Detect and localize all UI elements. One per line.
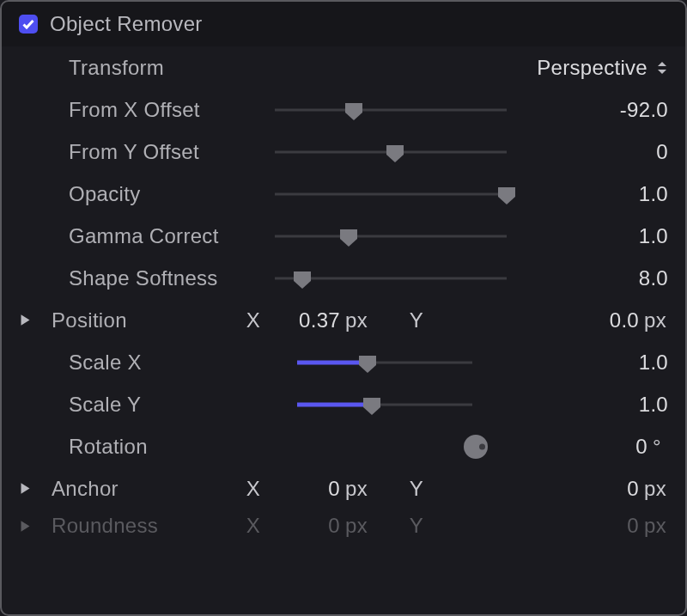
slider-opacity[interactable]: [275, 184, 507, 204]
position-x-value[interactable]: 0.37: [266, 308, 340, 332]
position-y-value[interactable]: 0.0: [579, 308, 639, 332]
label-from-x: From X Offset: [69, 98, 275, 122]
rotation-dial[interactable]: [464, 435, 488, 459]
slider-thumb-icon[interactable]: [344, 101, 364, 119]
slider-scale-y[interactable]: [275, 394, 472, 415]
row-scale-x: Scale X 1.0: [2, 341, 685, 383]
value-rotation[interactable]: 0: [570, 435, 647, 459]
unit-rotation: °: [647, 435, 668, 459]
slider-softness[interactable]: [275, 268, 507, 289]
anchor-y-value[interactable]: 0: [579, 477, 639, 501]
row-transform: Transform Perspective: [2, 46, 685, 88]
roundness-x-value[interactable]: 0: [266, 514, 340, 538]
effect-header[interactable]: Object Remover: [2, 2, 685, 46]
label-anchor: Anchor: [52, 477, 240, 501]
value-from-y[interactable]: 0: [565, 140, 668, 164]
value-opacity[interactable]: 1.0: [565, 182, 668, 206]
slider-thumb-icon[interactable]: [385, 143, 405, 161]
value-softness[interactable]: 8.0: [565, 266, 668, 290]
row-scale-y: Scale Y 1.0: [2, 383, 685, 425]
value-gamma[interactable]: 1.0: [565, 224, 668, 248]
anchor-y-unit: px: [639, 477, 668, 501]
roundness-x-unit: px: [340, 514, 378, 538]
slider-gamma[interactable]: [275, 226, 507, 247]
label-scale-y: Scale Y: [69, 393, 275, 417]
label-opacity: Opacity: [69, 182, 275, 206]
value-from-x[interactable]: -92.0: [565, 98, 668, 122]
roundness-y-unit: px: [639, 514, 668, 538]
anchor-x-value[interactable]: 0: [266, 477, 340, 501]
effect-title: Object Remover: [50, 12, 203, 36]
label-from-y: From Y Offset: [69, 140, 275, 164]
slider-thumb-icon[interactable]: [362, 396, 382, 413]
row-shape-softness: Shape Softness 8.0: [2, 257, 685, 299]
row-anchor: Anchor X 0 px Y 0 px: [2, 467, 685, 509]
slider-from-x[interactable]: [275, 100, 507, 120]
anchor-y-label: Y: [404, 477, 429, 501]
disclosure-roundness[interactable]: [19, 520, 52, 533]
label-softness: Shape Softness: [69, 266, 275, 290]
label-rotation: Rotation: [69, 435, 275, 459]
label-roundness: Roundness: [52, 514, 240, 538]
row-position: Position X 0.37 px Y 0.0 px: [2, 299, 685, 341]
label-gamma: Gamma Correct: [69, 224, 275, 248]
label-scale-x: Scale X: [69, 351, 275, 375]
row-gamma-correct: Gamma Correct 1.0: [2, 215, 685, 257]
anchor-x-label: X: [240, 477, 266, 501]
svg-marker-0: [658, 62, 666, 66]
value-scale-x[interactable]: 1.0: [565, 351, 668, 375]
svg-marker-4: [21, 521, 30, 532]
slider-thumb-icon[interactable]: [357, 354, 378, 371]
row-from-x-offset: From X Offset -92.0: [2, 88, 685, 131]
row-rotation: Rotation 0 °: [2, 425, 685, 467]
slider-thumb-icon[interactable]: [496, 186, 517, 203]
disclosure-position[interactable]: [19, 314, 52, 326]
effect-enable-checkbox[interactable]: [19, 15, 38, 34]
disclosure-anchor[interactable]: [19, 482, 52, 495]
label-transform: Transform: [69, 56, 275, 80]
svg-marker-3: [21, 483, 30, 494]
value-scale-y[interactable]: 1.0: [565, 393, 668, 417]
roundness-y-label: Y: [404, 514, 429, 538]
position-x-label: X: [240, 308, 266, 332]
updown-icon: [656, 60, 668, 76]
slider-scale-x[interactable]: [275, 352, 472, 373]
transform-dropdown[interactable]: Perspective: [537, 56, 668, 80]
slider-thumb-icon[interactable]: [338, 228, 359, 245]
chevron-right-icon: [19, 482, 32, 495]
slider-thumb-icon[interactable]: [292, 270, 313, 287]
label-position: Position: [52, 308, 240, 332]
chevron-right-icon: [19, 520, 32, 533]
slider-from-y[interactable]: [275, 142, 507, 162]
svg-marker-2: [21, 314, 30, 326]
chevron-right-icon: [19, 314, 32, 326]
position-x-unit: px: [340, 308, 378, 332]
position-y-unit: px: [639, 308, 668, 332]
row-from-y-offset: From Y Offset 0: [2, 131, 685, 173]
roundness-y-value[interactable]: 0: [579, 514, 639, 538]
row-roundness: Roundness X 0 px Y 0 px: [2, 509, 685, 542]
position-y-label: Y: [404, 308, 429, 332]
svg-marker-1: [658, 70, 666, 74]
roundness-x-label: X: [240, 514, 266, 538]
row-opacity: Opacity 1.0: [2, 173, 685, 215]
anchor-x-unit: px: [340, 477, 378, 501]
transform-value: Perspective: [537, 56, 647, 80]
